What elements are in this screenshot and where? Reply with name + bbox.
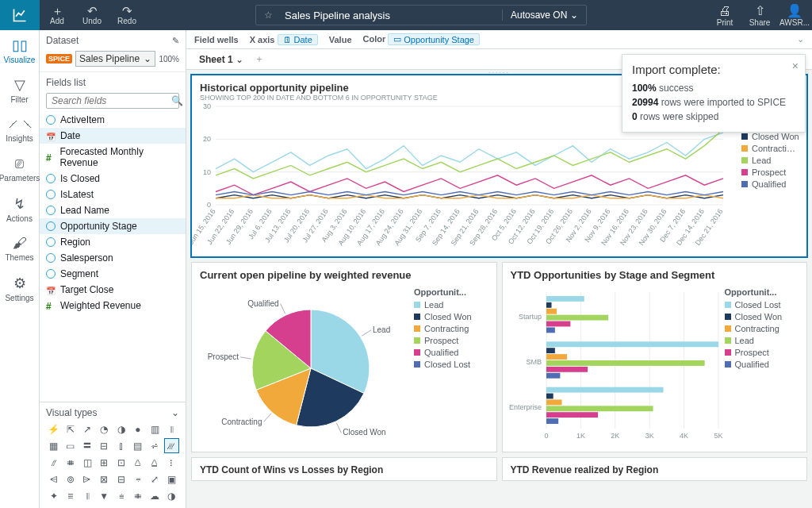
visual-type-option[interactable]: ◫ [80,455,95,470]
add-sheet-button[interactable]: ＋ [255,52,264,66]
chart-ytd-revenue-region[interactable]: YTD Revenue realized by Region [502,457,808,481]
visual-type-option[interactable]: ⩨ [130,488,145,503]
visual-type-option[interactable]: ⊟ [97,438,112,453]
legend-item[interactable]: Qualified [741,179,802,189]
collapse-icon[interactable]: ⌄ [171,407,179,418]
rail-settings[interactable]: ⚙Settings [0,268,39,308]
legend-item[interactable]: Lead [414,300,472,310]
field-target-close[interactable]: Target Close [40,282,186,298]
visual-type-option[interactable]: ⤢ [147,471,163,487]
field-lead-name[interactable]: Lead Name [40,202,186,218]
visual-type-option[interactable]: ↗ [80,421,95,437]
dataset-dropdown[interactable]: Sales Pipeline⌄ [75,51,155,67]
visual-type-option[interactable]: ▥ [147,421,163,437]
visual-type-option[interactable]: ◔ [97,421,112,437]
visual-type-option[interactable]: ⩥ [80,471,95,487]
chart-open-pipeline-pie[interactable]: Current open pipeline by weighted revenu… [191,262,497,452]
autosave-toggle[interactable]: Autosave ON⌄ [502,10,586,21]
fields-search[interactable]: 🔍 [46,93,179,109]
rail-parameters[interactable]: ⎚Parameters [0,149,39,189]
visual-type-option[interactable]: ✦ [46,488,61,503]
rail-filter[interactable]: ▽Filter [0,70,39,110]
sheet-tab[interactable]: Sheet 1 ⌄ [194,52,248,67]
visual-type-option[interactable]: ⩩ [63,455,78,470]
work-area[interactable]: :::::: Historical opportunity pipeline S… [186,70,812,508]
close-toast-button[interactable]: × [792,60,799,72]
visual-type-option[interactable]: ⩟ [130,455,145,470]
legend-item[interactable]: Closed Won [725,312,783,321]
visual-type-option[interactable]: ⫻ [164,438,179,453]
visual-type-option[interactable]: ⚡ [46,421,61,437]
analysis-title[interactable]: Sales Pipeline analysis [280,10,502,21]
visual-type-option[interactable]: ⫽ [46,455,61,470]
legend-item[interactable]: Prospect [741,167,802,177]
user-menu[interactable]: 👤AWSR... [777,3,812,27]
field-is-closed[interactable]: Is Closed [40,171,186,187]
visual-type-option[interactable]: ⫴ [80,488,95,503]
visual-type-option[interactable]: ⊡ [113,455,128,470]
rail-themes[interactable]: 🖌Themes [0,229,39,268]
visual-type-option[interactable]: ⩫ [147,438,163,453]
add-button[interactable]: ＋Add [40,0,75,30]
visual-type-option[interactable]: ▤ [130,438,145,453]
visual-type-option[interactable]: ⩤ [46,471,61,487]
visual-type-option[interactable]: ▦ [46,438,61,453]
legend-item[interactable]: Qualified [414,348,472,357]
field-opportunity-stage[interactable]: Opportunity Stage [40,218,186,234]
chart-ytd-opportunities-bar[interactable]: YTD Opportunities by Stage and Segment 0… [502,262,808,452]
rail-visualize[interactable]: ▯▯Visualize [0,30,39,70]
visual-type-option[interactable]: ⩧ [113,488,128,503]
fields-search-input[interactable] [52,95,171,106]
legend-item[interactable]: Contracti… [741,144,802,153]
field-forecasted-monthly-revenue[interactable]: Forecasted Monthly Revenue [40,144,186,171]
visual-type-option[interactable]: ⫴ [164,421,179,437]
undo-button[interactable]: ↶Undo [75,0,109,30]
legend-item[interactable]: Closed Lost [414,360,472,369]
legend-item[interactable]: Prospect [414,336,472,345]
visual-type-option[interactable]: ▭ [63,438,78,453]
field-region[interactable]: Region [40,234,186,250]
visual-type-option[interactable]: ◑ [164,488,179,503]
app-logo[interactable] [0,0,40,30]
xaxis-pill[interactable]: 🗓 Date [278,34,318,45]
visual-type-option[interactable]: ☁ [147,488,163,503]
favorite-toggle[interactable]: ☆ [256,10,280,21]
visual-type-option[interactable]: ● [130,421,145,437]
visual-type-option[interactable]: ⊚ [63,471,78,487]
visual-type-option[interactable]: ≡ [63,488,78,503]
rail-actions[interactable]: ↯Actions [0,189,39,229]
visual-type-option[interactable]: ⊞ [97,455,112,470]
visual-type-option[interactable]: ⊟ [113,471,128,487]
visual-type-option[interactable]: ▼ [97,488,112,503]
legend-item[interactable]: Contracting [414,324,472,333]
legend-item[interactable]: Closed Won [741,132,802,141]
legend-item[interactable]: Contracting [725,324,783,333]
legend-item[interactable]: Lead [741,156,802,165]
rail-insights[interactable]: ⟋⟍Insights [0,110,39,149]
legend-item[interactable]: Closed Lost [725,300,783,310]
color-pill[interactable]: ▭ Opportunity Stage [388,33,480,45]
redo-button[interactable]: ↷Redo [109,0,144,30]
expand-fieldwells-icon[interactable]: ⌄ [797,34,804,44]
field-islatest[interactable]: IsLatest [40,187,186,202]
visual-type-option[interactable]: ⊠ [97,471,112,487]
edit-dataset-icon[interactable]: ✎ [172,36,179,46]
chart-wins-vs-losses[interactable]: YTD Count of Wins vs Losses by Region [191,457,497,481]
field-date[interactable]: Date [40,128,186,144]
visual-type-option[interactable]: ▣ [164,471,179,487]
visual-type-option[interactable]: ⫿ [113,438,128,453]
visual-type-option[interactable]: ◑ [113,421,128,437]
legend-item[interactable]: Prospect [725,348,783,357]
visual-type-option[interactable]: ⫶ [164,455,179,470]
field-activeitem[interactable]: ActiveItem [40,112,186,128]
share-button[interactable]: ⇧Share [742,3,777,27]
visual-type-option[interactable]: 〓 [80,438,95,453]
field-salesperson[interactable]: Salesperson [40,250,186,266]
legend-item[interactable]: Closed Won [414,312,472,321]
legend-item[interactable]: Lead [725,336,783,345]
field-wells-bar[interactable]: Field wells X axis 🗓 Date Value Color ▭ … [186,30,812,49]
visual-type-option[interactable]: ⩦ [130,471,145,487]
legend-item[interactable]: Qualified [725,360,783,369]
field-segment[interactable]: Segment [40,266,186,282]
visual-type-option[interactable]: ⩠ [147,455,163,470]
